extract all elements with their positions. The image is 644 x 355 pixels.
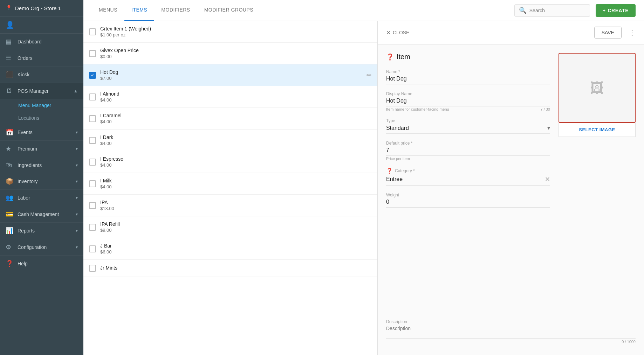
sidebar-item-ingredients[interactable]: 🛍 Ingredients ▾	[0, 157, 83, 173]
table-row[interactable]: I Caramel$4.00	[83, 108, 377, 130]
item-checkbox[interactable]	[89, 137, 96, 144]
weight-field-group: Weight 0	[386, 193, 550, 208]
item-checkbox[interactable]	[89, 28, 96, 35]
sidebar-item-labor[interactable]: 👥 Labor ▾	[0, 190, 83, 206]
category-field-group: ❓ Category * Entree ✕	[386, 168, 550, 186]
sidebar-item-orders[interactable]: ☰ Orders	[0, 50, 83, 67]
chevron-down-icon: ▾	[76, 195, 78, 200]
table-row[interactable]: Grtex Item 1 (Weighed)$1.00 per oz	[83, 21, 377, 43]
type-select[interactable]: Standard ▾	[386, 125, 550, 134]
table-row[interactable]: Jr Mints	[83, 260, 377, 277]
table-row[interactable]: I Dark$4.00	[83, 130, 377, 151]
item-checkbox[interactable]	[89, 93, 96, 100]
item-price: $7.00	[100, 76, 362, 81]
table-row[interactable]: Givex Open Price$0.00	[83, 43, 377, 64]
item-price: $4.00	[100, 97, 372, 103]
category-clear-icon[interactable]: ✕	[545, 175, 550, 183]
item-price: $13.00	[100, 206, 372, 211]
item-name: I Milk	[100, 178, 372, 183]
close-button[interactable]: ✕ CLOSE	[386, 29, 409, 36]
item-info: I Almond$4.00	[100, 91, 372, 103]
reports-icon: 📊	[6, 227, 13, 235]
table-row[interactable]: I Almond$4.00	[83, 86, 377, 108]
item-checkbox[interactable]	[89, 180, 96, 187]
table-row[interactable]: I Espresso$4.00	[83, 151, 377, 173]
item-checkbox[interactable]	[89, 159, 96, 166]
sidebar-item-help[interactable]: ❓ Help	[0, 256, 83, 272]
sidebar-item-inventory[interactable]: 📦 Inventory ▾	[0, 173, 83, 190]
sidebar-item-kiosk[interactable]: ⬛ Kiosk	[0, 67, 83, 83]
search-box[interactable]: 🔍	[514, 4, 590, 17]
item-name: Hot Dog	[100, 69, 362, 75]
sidebar-item-label: Labor	[18, 195, 30, 201]
type-value: Standard	[386, 125, 409, 131]
create-button[interactable]: + CREATE	[596, 4, 636, 17]
tab-modifier-groups[interactable]: MODIFIER GROUPS	[197, 0, 261, 21]
cash-icon: 💳	[6, 210, 13, 218]
item-info: IPA Refill$9.00	[100, 221, 372, 233]
item-name: IPA	[100, 200, 372, 205]
item-name: Grtex Item 1 (Weighed)	[100, 26, 372, 32]
item-checkbox[interactable]: ✓	[89, 72, 96, 79]
sidebar-item-label: Cash Management	[18, 211, 59, 217]
table-row[interactable]: I Milk$4.00	[83, 173, 377, 195]
item-price: $9.00	[100, 228, 372, 233]
item-checkbox[interactable]	[89, 202, 96, 209]
sidebar-item-reports[interactable]: 📊 Reports ▾	[0, 223, 83, 239]
user-icon: 👤	[6, 21, 14, 29]
item-info: Hot Dog$7.00	[100, 69, 362, 81]
tab-items[interactable]: ITEMS	[124, 0, 154, 21]
chevron-up-icon: ▲	[74, 89, 78, 93]
description-field-group: Description 0 / 1000	[386, 319, 636, 344]
table-row[interactable]: ✓Hot Dog$7.00✏	[83, 64, 377, 86]
table-row[interactable]: IPA Refill$9.00	[83, 216, 377, 238]
sidebar-item-configuration[interactable]: ⚙ Configuration ▾	[0, 239, 83, 256]
help-circle-icon[interactable]: ❓	[386, 53, 394, 61]
image-upload-box[interactable]: 🖼	[559, 53, 636, 123]
table-row[interactable]: IPA$13.00	[83, 195, 377, 216]
display-name-value[interactable]: Hot Dog	[386, 98, 550, 106]
item-checkbox[interactable]	[89, 50, 96, 57]
org-header: 📍 Demo Org - Store 1	[0, 0, 83, 16]
price-field-group: Default price * 7 Price per item	[386, 141, 550, 161]
item-price: $6.00	[100, 249, 372, 255]
table-row[interactable]: J Bar$6.00	[83, 238, 377, 260]
tab-menus[interactable]: MENUS	[92, 0, 124, 21]
settings-icon: ⚙	[6, 243, 13, 251]
sidebar-sub-menu-manager[interactable]: Menu Manager	[0, 99, 83, 112]
weight-value[interactable]: 0	[386, 199, 550, 208]
select-image-button[interactable]: SELECT IMAGE	[559, 123, 636, 137]
item-info: Jr Mints	[100, 265, 372, 271]
search-input[interactable]	[529, 8, 585, 13]
item-checkbox[interactable]	[89, 245, 96, 252]
more-options-icon[interactable]: ⋮	[629, 28, 636, 37]
item-info: I Dark$4.00	[100, 134, 372, 146]
chevron-down-icon: ▾	[76, 130, 78, 135]
name-label: Name *	[386, 69, 550, 74]
category-label: ❓ Category *	[386, 168, 550, 174]
item-checkbox[interactable]	[89, 115, 96, 122]
detail-body: ❓ Item Name * Hot Dog Display Name Hot D…	[378, 44, 644, 319]
labor-icon: 👥	[6, 194, 13, 202]
tab-modifiers[interactable]: MODIFIERS	[154, 0, 197, 21]
item-checkbox[interactable]	[89, 224, 96, 231]
sidebar-item-events[interactable]: 📅 Events ▾	[0, 124, 83, 141]
item-checkbox[interactable]	[89, 265, 96, 272]
description-area: Description 0 / 1000	[378, 319, 644, 355]
sidebar-item-premium[interactable]: ★ Premium ▾	[0, 141, 83, 157]
edit-icon[interactable]: ✏	[366, 71, 372, 79]
sidebar-item-label: Events	[18, 130, 33, 135]
description-input[interactable]	[386, 326, 636, 339]
save-button[interactable]: SAVE	[594, 27, 622, 39]
category-help-icon[interactable]: ❓	[386, 168, 393, 174]
chevron-down-icon: ▾	[547, 125, 550, 131]
name-value[interactable]: Hot Dog	[386, 76, 550, 84]
category-value: Entree	[386, 176, 545, 182]
sidebar-sub-locations[interactable]: Locations	[0, 112, 83, 124]
help-icon: ❓	[6, 260, 13, 267]
sidebar-item-pos-manager[interactable]: 🖥 POS Manager ▲	[0, 83, 83, 99]
sidebar-item-cash-management[interactable]: 💳 Cash Management ▾	[0, 206, 83, 223]
price-value[interactable]: 7	[386, 147, 550, 156]
sidebar-item-dashboard[interactable]: ▦ Dashboard	[0, 34, 83, 50]
user-section[interactable]: 👤	[0, 16, 83, 34]
